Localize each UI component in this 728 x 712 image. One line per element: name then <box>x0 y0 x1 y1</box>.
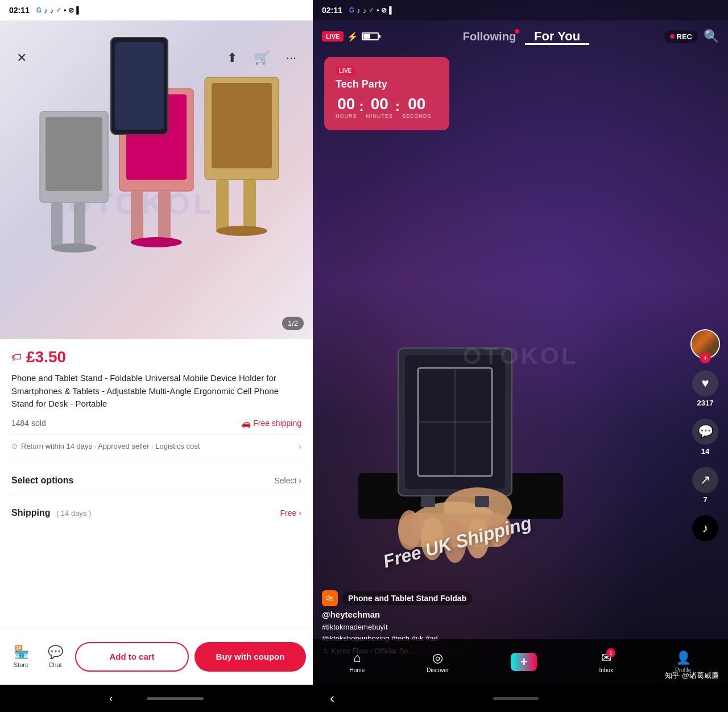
countdown-timer: 00 HOURS : 00 MINUTES : 00 SECONDS <box>336 96 438 119</box>
free-shipping-text: Free shipping <box>253 419 301 428</box>
product-title: Phone and Tablet Stand - Foldable Univer… <box>11 372 301 411</box>
username[interactable]: @heytechman <box>322 610 682 619</box>
share-button-right[interactable]: ↗ 7 <box>692 467 718 504</box>
like-button[interactable]: ♥ 2317 <box>692 370 718 407</box>
lightning-icon: ⚡ <box>347 31 358 42</box>
system-nav-right: ‹ <box>313 685 728 712</box>
search-button[interactable]: 🔍 <box>704 29 719 44</box>
chat-label: Chat <box>48 661 61 668</box>
store-label: Store <box>14 661 28 668</box>
status-time-left: 02:11 <box>9 6 30 15</box>
compass-icon: ◎ <box>432 651 443 665</box>
zhihu-watermark: 知乎 @诸葛威廉 <box>661 669 722 682</box>
minutes-number: 00 <box>371 96 388 112</box>
home-nav-item[interactable]: ⌂ Home <box>350 651 365 673</box>
svg-rect-5 <box>74 202 85 248</box>
seconds-number: 00 <box>408 96 425 112</box>
live-countdown-overlay[interactable]: LIVE Tech Party 00 HOURS : 00 MINUTES : … <box>324 57 449 130</box>
svg-rect-13 <box>212 83 272 168</box>
shipping-price: Free › <box>280 508 301 518</box>
shipping-truck-icon: 🚗 <box>241 419 251 428</box>
hours-label: HOURS <box>336 113 357 119</box>
seconds-label: SECONDS <box>402 113 432 119</box>
create-button[interactable]: + <box>511 653 537 671</box>
tiktok-top-nav: LIVE ⚡ Following For You REC 🔍 <box>313 20 728 52</box>
battery-fill <box>363 34 370 39</box>
chat-button[interactable]: 💬 Chat <box>41 645 69 668</box>
battery-icon-right: ▌ <box>389 6 394 14</box>
live-badge[interactable]: LIVE <box>322 31 344 42</box>
status-icons-right: G ♪ ♪ ✓ • ⊘ ▌ <box>349 6 394 15</box>
battery-icon: ▌ <box>76 6 81 14</box>
separator1: : <box>359 100 364 113</box>
sold-count: 1484 sold <box>11 419 46 428</box>
dot-icon: • <box>64 6 66 14</box>
following-tab-container: Following <box>454 30 525 43</box>
shipping-row[interactable]: Shipping ( 14 days ) Free › <box>11 502 301 524</box>
shipping-label: Shipping <box>11 508 50 518</box>
price-icon: 🏷 <box>11 351 22 363</box>
home-pill-left[interactable] <box>147 697 204 700</box>
select-action: Select › <box>274 476 301 485</box>
rec-badge: REC <box>664 30 698 43</box>
return-circle-icon: ⊙ <box>11 442 18 450</box>
left-panel: 02:11 G ♪ ♪ ✓ • ⊘ ▌ ✕ ⬆ 🛒 ··· <box>0 0 313 712</box>
avatar-container: + <box>690 329 720 359</box>
shares-count: 7 <box>703 495 707 504</box>
check-icon: ✓ <box>56 6 61 14</box>
inbox-nav-item[interactable]: ✉ Inbox 1 <box>599 651 613 673</box>
price-row: 🏷 £3.50 <box>11 348 301 366</box>
tiktok-logo: ♪ <box>692 515 718 541</box>
image-counter: 1/2 <box>282 317 304 330</box>
cart-button[interactable]: 🛒 <box>251 48 272 68</box>
comment-button[interactable]: 💬 14 <box>692 419 718 456</box>
svg-rect-3 <box>46 117 102 191</box>
home-pill-right[interactable] <box>493 697 539 700</box>
store-button[interactable]: 🏪 Store <box>7 645 35 668</box>
svg-point-6 <box>51 243 97 252</box>
comment-icon: 💬 <box>692 419 718 445</box>
return-row[interactable]: ⊙ Return within 14 days · Approved selle… <box>11 434 301 458</box>
shipping-days: ( 14 days ) <box>56 509 91 518</box>
for-you-tab-container: For You <box>525 29 589 44</box>
dot-right: • <box>377 6 379 14</box>
tiktok-status-icon2: ♪ <box>50 6 54 15</box>
more-button[interactable]: ··· <box>281 48 301 68</box>
bottom-action-bar: 🏪 Store 💬 Chat Add to cart Buy with coup… <box>0 628 313 685</box>
select-text: Select <box>274 476 296 485</box>
hashtag1[interactable]: #tiktokmademebuyit <box>322 623 388 631</box>
back-button-left[interactable]: ‹ <box>109 693 113 705</box>
add-to-cart-button[interactable]: Add to cart <box>75 642 189 672</box>
buy-with-coupon-button[interactable]: Buy with coupon <box>195 642 306 672</box>
live-event-title: Tech Party <box>336 78 438 90</box>
separator2: : <box>395 100 400 113</box>
share-button[interactable]: ⬆ <box>222 48 242 68</box>
likes-count: 2317 <box>697 399 714 407</box>
status-bar-right: 02:11 G ♪ ♪ ✓ • ⊘ ▌ <box>313 0 728 20</box>
right-panel: Free UK Shipping OTOKOL 02:11 G ♪ ♪ ✓ • … <box>313 0 728 712</box>
select-chevron-icon: › <box>299 476 301 485</box>
store-icon: 🏪 <box>14 645 29 660</box>
back-button-right[interactable]: ‹ <box>330 690 334 706</box>
svg-rect-14 <box>216 180 229 231</box>
shipping-section: Shipping ( 14 days ) <box>11 508 91 518</box>
tiktok-live-section: LIVE ⚡ <box>322 31 379 42</box>
free-shipping-badge: 🚗 Free shipping <box>241 419 301 428</box>
g-icon: G <box>36 6 42 14</box>
follow-plus-button[interactable]: + <box>700 352 711 363</box>
product-card-bottom[interactable]: 🛍 Phone and Tablet Stand Foldab <box>322 590 682 610</box>
return-chevron-icon: › <box>299 442 301 451</box>
close-button[interactable]: ✕ <box>11 48 32 68</box>
product-shop-row: 🛍 Phone and Tablet Stand Foldab <box>322 590 682 606</box>
select-options-row[interactable]: Select options Select › <box>11 467 301 494</box>
wifi-x-icon: ⊘ <box>381 6 387 14</box>
home-label: Home <box>350 667 365 673</box>
minutes-unit: 00 MINUTES <box>366 96 394 119</box>
profile-icon: 👤 <box>676 651 691 665</box>
discover-nav-item[interactable]: ◎ Discover <box>427 651 449 673</box>
right-action-buttons: + ♥ 2317 💬 14 ↗ 7 ♪ <box>690 329 720 541</box>
for-you-tab[interactable]: For You <box>525 29 589 45</box>
chat-icon: 💬 <box>48 645 63 660</box>
system-nav-left: ‹ <box>0 685 313 712</box>
product-image-container[interactable]: ✕ ⬆ 🛒 ··· OTOKOL <box>0 20 313 339</box>
